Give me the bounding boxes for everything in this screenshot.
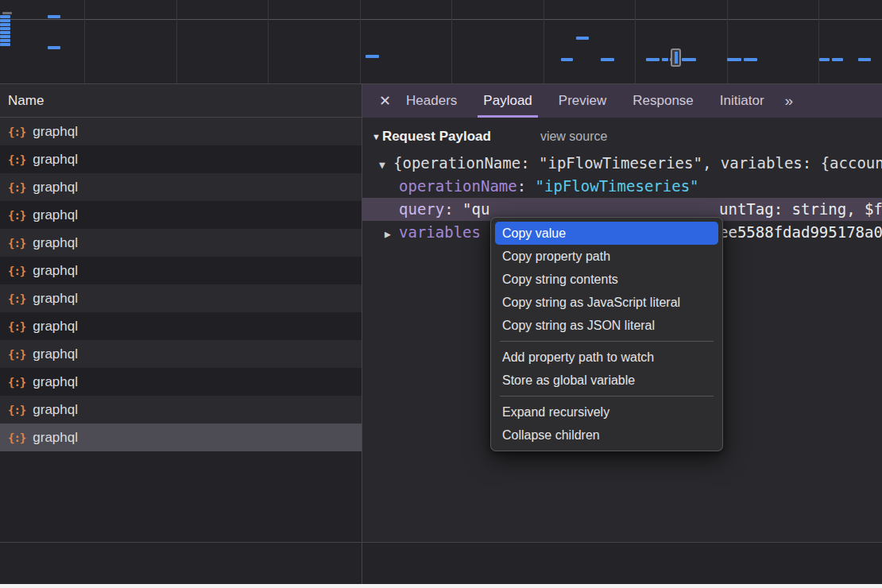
request-name-label: graphql	[33, 124, 78, 140]
request-row[interactable]: {:}graphql	[0, 368, 362, 396]
timeline-bar	[0, 27, 10, 30]
menu-item-add-property-path-to-watch[interactable]: Add property path to watch	[495, 346, 718, 369]
request-name-label: graphql	[33, 374, 78, 390]
menu-item-copy-string-as-json-literal[interactable]: Copy string as JSON literal	[495, 314, 718, 337]
overview-gridline	[176, 0, 177, 83]
request-row[interactable]: {:}graphql	[0, 340, 362, 368]
close-icon[interactable]: ✕	[379, 92, 391, 110]
tab-payload[interactable]: Payload	[478, 84, 537, 118]
request-row[interactable]: {:}graphql	[0, 118, 362, 145]
property-key: query	[399, 200, 444, 218]
tab-response[interactable]: Response	[627, 84, 699, 118]
payload-root-row[interactable]: ▼{operationName: "ipFlowTimeseries", var…	[362, 152, 882, 175]
request-rows: {:}graphql{:}graphql{:}graphql{:}graphql…	[0, 118, 362, 451]
overview-gridline	[268, 0, 269, 83]
request-row[interactable]: {:}graphql	[0, 229, 362, 257]
timeline-bar	[727, 58, 741, 61]
request-row[interactable]: {:}graphql	[0, 145, 362, 173]
timeline-bar	[819, 58, 830, 61]
json-braces-icon: {:}	[8, 320, 25, 333]
payload-section-title: Request Payload	[382, 129, 491, 145]
tab-headers[interactable]: Headers	[400, 84, 462, 118]
menu-item-copy-string-as-javascript-literal[interactable]: Copy string as JavaScript literal	[495, 291, 718, 314]
json-braces-icon: {:}	[8, 348, 25, 361]
timeline-bar	[0, 23, 10, 26]
timeline-bar	[2, 12, 12, 14]
request-name-label: graphql	[33, 346, 78, 362]
payload-property-row-operationName[interactable]: operationName: "ipFlowTimeseries"	[362, 175, 882, 198]
menu-item-store-as-global-variable[interactable]: Store as global variable	[495, 369, 718, 392]
collapsed-triangle-icon[interactable]: ▶	[385, 222, 399, 246]
property-separator: :	[517, 177, 536, 195]
json-braces-icon: {:}	[8, 292, 25, 305]
request-row[interactable]: {:}graphql	[0, 424, 362, 451]
tab-preview[interactable]: Preview	[553, 84, 612, 118]
timeline-bar	[858, 58, 871, 61]
request-row[interactable]: {:}graphql	[0, 257, 362, 284]
request-name-label: graphql	[33, 207, 78, 223]
timeline-bar	[0, 19, 10, 22]
json-braces-icon: {:}	[8, 265, 25, 277]
pane-divider[interactable]	[362, 84, 362, 584]
timeline-bar	[744, 58, 757, 61]
timeline-bar	[832, 58, 843, 61]
timeline-bar	[576, 37, 589, 40]
request-row[interactable]: {:}graphql	[0, 201, 362, 229]
overview-hairline	[0, 19, 882, 20]
more-tabs-chevron-icon[interactable]: »	[785, 92, 792, 110]
json-braces-icon: {:}	[8, 376, 25, 389]
view-source-link[interactable]: view source	[540, 130, 607, 144]
payload-section-header: ▼ Request Payload view source	[362, 129, 882, 145]
request-row[interactable]: {:}graphql	[0, 396, 362, 424]
request-row[interactable]: {:}graphql	[0, 173, 362, 201]
request-name-label: graphql	[33, 319, 78, 335]
json-braces-icon: {:}	[8, 404, 25, 416]
object-preview-text: {operationName: "ipFlowTimeseries", vari…	[393, 154, 882, 172]
request-row[interactable]: {:}graphql	[0, 284, 362, 312]
menu-item-copy-property-path[interactable]: Copy property path	[495, 245, 718, 268]
json-braces-icon: {:}	[8, 431, 25, 444]
menu-item-collapse-children[interactable]: Collapse children	[495, 424, 718, 447]
overview-gridline	[818, 0, 819, 83]
detail-tab-bar: ✕ HeadersPayloadPreviewResponseInitiator…	[362, 84, 882, 118]
network-overview-timeline[interactable]	[0, 0, 882, 84]
request-row[interactable]: {:}graphql	[0, 312, 362, 340]
expanded-triangle-icon[interactable]: ▼	[379, 153, 393, 176]
menu-separator	[500, 396, 714, 397]
name-column-header[interactable]: Name	[0, 84, 362, 118]
timeline-bar	[366, 55, 379, 58]
property-value-left-fragment: "qu	[462, 200, 489, 218]
property-key: variables	[399, 223, 481, 241]
property-separator: :	[444, 200, 462, 218]
timeline-bar	[561, 58, 573, 61]
timeline-bar	[682, 58, 696, 61]
menu-item-expand-recursively[interactable]: Expand recursively	[495, 400, 718, 424]
menu-item-copy-string-contents[interactable]: Copy string contents	[495, 268, 718, 291]
timeline-bar	[48, 46, 60, 49]
json-braces-icon: {:}	[8, 181, 25, 194]
json-braces-icon: {:}	[8, 209, 25, 222]
overview-gridline	[360, 0, 361, 83]
property-key: operationName	[399, 177, 517, 195]
request-name-label: graphql	[33, 402, 78, 418]
json-braces-icon: {:}	[8, 237, 25, 250]
request-name-label: graphql	[33, 291, 78, 307]
menu-item-copy-value[interactable]: Copy value	[495, 222, 718, 245]
timeline-bar	[662, 58, 668, 61]
request-name-label: graphql	[33, 180, 78, 195]
timeline-bar	[0, 15, 10, 18]
selected-request-marker-bar	[675, 52, 678, 64]
request-list-pane: Name {:}graphql{:}graphql{:}graphql{:}gr…	[0, 84, 362, 542]
timeline-bar	[48, 15, 60, 18]
json-braces-icon: {:}	[8, 126, 25, 138]
tab-initiator[interactable]: Initiator	[714, 84, 770, 118]
overview-gridline	[544, 0, 544, 83]
timeline-bar	[0, 39, 10, 42]
overview-gridline	[84, 0, 85, 83]
timeline-bar	[0, 43, 10, 46]
timeline-bar	[0, 35, 10, 38]
request-name-label: graphql	[33, 430, 78, 446]
overview-gridline	[727, 0, 728, 83]
collapse-triangle-icon[interactable]: ▼	[372, 132, 381, 141]
menu-separator	[500, 341, 714, 342]
